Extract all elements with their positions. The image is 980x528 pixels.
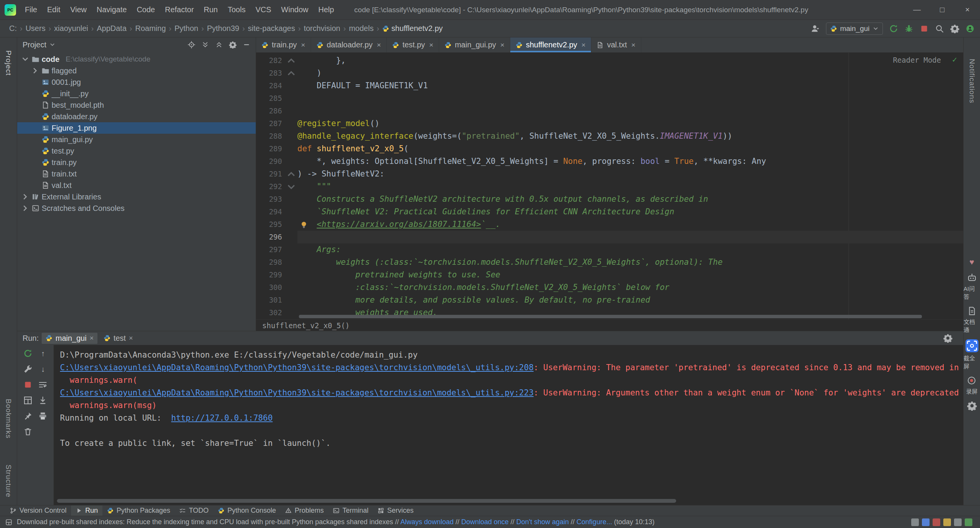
menu-window[interactable]: Window <box>276 0 313 19</box>
tray-icon[interactable] <box>965 518 972 526</box>
next-occurrence-icon[interactable]: ↓ <box>38 364 47 374</box>
toolwindow-python-console[interactable]: Python Console <box>213 505 281 516</box>
status-link[interactable]: Don't show again <box>516 518 569 526</box>
user-icon[interactable] <box>811 24 820 33</box>
code-editor[interactable]: 282 },283 )284 DEFAULT = IMAGENET1K_V128… <box>256 53 963 319</box>
breadcrumb-item[interactable]: models <box>347 23 375 34</box>
collapse-all-icon[interactable] <box>215 41 223 49</box>
editor-h-scrollbar[interactable] <box>299 315 922 318</box>
breadcrumb-item[interactable]: Users <box>24 23 47 34</box>
inspections-ok-icon[interactable]: ✓ <box>952 55 957 64</box>
chevron-down-icon[interactable] <box>49 42 55 48</box>
breadcrumb-item[interactable]: Python39 <box>205 23 241 34</box>
rerun-button[interactable] <box>23 349 32 358</box>
soft-wrap-icon[interactable] <box>38 380 47 389</box>
breadcrumb-item[interactable]: C: <box>8 23 18 34</box>
tree-item[interactable]: External Libraries <box>17 191 256 202</box>
tree-item[interactable]: best_model.pth <box>17 99 256 111</box>
breadcrumb-item[interactable]: torchvision <box>302 23 342 34</box>
fold-marker-icon[interactable] <box>285 180 297 193</box>
tool-strip-notifications[interactable]: Notifications <box>968 59 976 104</box>
close-tab-icon[interactable]: × <box>301 41 305 49</box>
menu-navigate[interactable]: Navigate <box>92 0 132 19</box>
tool-docpage[interactable]: 文档通 <box>964 306 980 334</box>
status-link[interactable]: Configure... <box>576 518 612 526</box>
run-console[interactable]: D:\ProgramData\Anaconda3\python.exe E:/c… <box>54 345 963 505</box>
tree-item[interactable]: dataloader.py <box>17 111 256 122</box>
restore-layout-icon[interactable] <box>23 396 32 405</box>
tree-item[interactable]: train.py <box>17 157 256 168</box>
tool-windows-toggle-icon[interactable] <box>5 519 12 526</box>
tree-item[interactable]: codeE:\classify\Vegetable\code <box>17 53 256 65</box>
run-button[interactable] <box>889 24 898 33</box>
reader-mode-label[interactable]: Reader Mode <box>893 56 941 64</box>
status-link[interactable]: Always download <box>401 518 454 526</box>
menu-run[interactable]: Run <box>199 0 223 19</box>
breadcrumb-item[interactable]: shufflenetv2.py <box>381 23 444 34</box>
search-everywhere-icon[interactable] <box>935 24 944 33</box>
menu-code[interactable]: Code <box>132 0 160 19</box>
fold-marker-icon[interactable] <box>285 54 297 67</box>
panel-settings-icon[interactable] <box>229 41 237 49</box>
menu-edit[interactable]: Edit <box>42 0 65 19</box>
expand-all-icon[interactable] <box>201 41 209 49</box>
maximize-button[interactable]: □ <box>930 0 955 19</box>
intention-bulb-icon[interactable] <box>300 220 308 228</box>
breadcrumb-item[interactable]: xiaoyunlei <box>53 23 90 34</box>
stop-button[interactable] <box>920 24 929 33</box>
tool-record[interactable]: 录屏 <box>966 376 977 395</box>
tool-strip-bookmarks[interactable]: Bookmarks <box>4 399 13 439</box>
debug-button[interactable] <box>904 24 913 33</box>
editor-tab[interactable]: train.py× <box>256 37 311 52</box>
tray-icon[interactable] <box>954 518 962 526</box>
console-link[interactable]: C:\Users\xiaoyunlei\AppData\Roaming\Pyth… <box>60 363 534 372</box>
tree-item[interactable]: __init__.py <box>17 88 256 99</box>
print-icon[interactable] <box>38 411 47 421</box>
console-settings-icon[interactable] <box>23 364 32 374</box>
stop-button[interactable] <box>23 380 32 389</box>
run-config-dropdown[interactable]: main_gui <box>826 23 883 35</box>
tool-shot[interactable]: 截全屏 <box>964 339 980 370</box>
chevron-right-icon[interactable] <box>31 66 39 75</box>
code-with-me-icon[interactable] <box>965 24 975 33</box>
clear-all-icon[interactable] <box>23 427 32 436</box>
toolwindow-terminal[interactable]: Terminal <box>328 505 373 516</box>
code-token[interactable]: <https://arxiv.org/abs/1807.11164> <box>317 220 481 229</box>
toolwindow-services[interactable]: Services <box>373 505 418 516</box>
editor-tab[interactable]: shufflenetv2.py× <box>510 37 591 52</box>
hide-panel-icon[interactable] <box>243 41 250 49</box>
prev-occurrence-icon[interactable]: ↑ <box>38 349 47 358</box>
chevron-down-icon[interactable] <box>21 55 29 63</box>
breadcrumb-item[interactable]: Python <box>173 23 200 34</box>
tree-item[interactable]: main_gui.py <box>17 134 256 145</box>
tool-gear[interactable] <box>967 401 977 411</box>
toolwindow-python-packages[interactable]: Python Packages <box>102 505 175 516</box>
fold-marker-icon[interactable] <box>285 168 297 180</box>
tool-strip-structure[interactable]: Structure <box>4 465 13 497</box>
menu-refactor[interactable]: Refactor <box>160 0 199 19</box>
close-tab-icon[interactable]: × <box>129 334 133 342</box>
toolwindow-problems[interactable]: Problems <box>281 505 328 516</box>
tool-heart[interactable]: ♥ <box>967 257 977 267</box>
run-tab[interactable]: main_gui× <box>42 333 97 344</box>
breadcrumb-item[interactable]: AppData <box>95 23 128 34</box>
toolwindow-todo[interactable]: TODO <box>175 505 213 516</box>
console-settings-gear-icon[interactable] <box>943 334 952 343</box>
toolwindow-run[interactable]: Run <box>71 505 102 516</box>
minimize-button[interactable]: — <box>904 0 930 19</box>
settings-gear-icon[interactable] <box>950 24 959 33</box>
close-tab-icon[interactable]: × <box>631 41 635 49</box>
console-link[interactable]: C:\Users\xiaoyunlei\AppData\Roaming\Pyth… <box>60 388 534 397</box>
editor-tab[interactable]: dataloader.py× <box>311 37 387 52</box>
chevron-right-icon[interactable] <box>21 193 29 201</box>
tree-item[interactable]: val.txt <box>17 180 256 191</box>
console-link[interactable]: http://127.0.0.1:7860 <box>171 413 273 423</box>
editor-tab[interactable]: main_gui.py× <box>439 37 510 52</box>
tree-item[interactable]: 0001.jpg <box>17 76 256 88</box>
tree-item[interactable]: test.py <box>17 145 256 157</box>
tray-icon[interactable] <box>943 518 951 526</box>
close-button[interactable]: × <box>955 0 980 19</box>
menu-tools[interactable]: Tools <box>223 0 251 19</box>
breadcrumb-item[interactable]: Roaming <box>134 23 167 34</box>
console-h-scrollbar[interactable] <box>57 499 676 503</box>
